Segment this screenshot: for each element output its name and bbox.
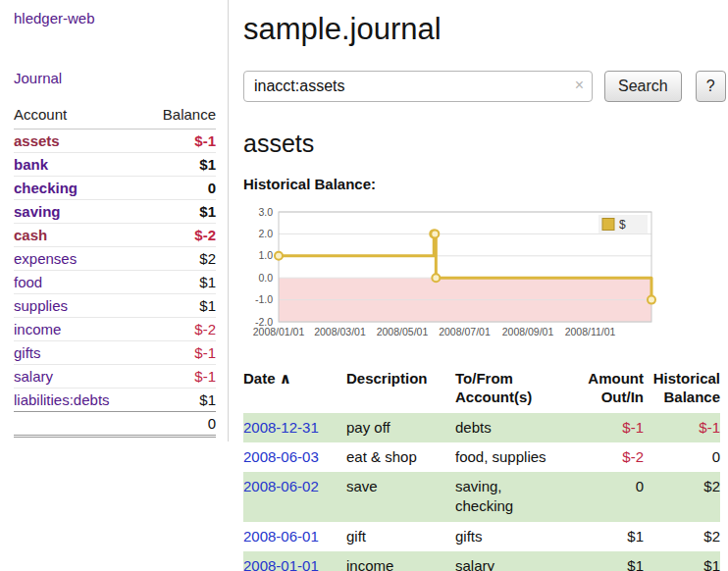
sidebar-account-link[interactable]: expenses xyxy=(14,250,77,267)
register-accounts: salary xyxy=(455,551,579,571)
search-field-wrapper: × xyxy=(243,71,593,102)
svg-text:2008/07/01: 2008/07/01 xyxy=(439,326,491,337)
svg-text:2008/01/01: 2008/01/01 xyxy=(253,326,305,337)
sidebar-account-link[interactable]: food xyxy=(14,274,42,290)
register-row: 2008-01-01incomesalary$1$1 xyxy=(243,551,720,571)
account-row: supplies$1 xyxy=(14,294,216,318)
journal-link[interactable]: Journal xyxy=(14,70,216,86)
register-amount: $-2 xyxy=(579,442,644,472)
register-amount: $-1 xyxy=(579,413,644,442)
svg-text:2008/03/01: 2008/03/01 xyxy=(314,326,366,337)
register-date-link[interactable]: 2008-06-03 xyxy=(243,448,319,465)
register-row: 2008-06-03eat & shopfood, supplies$-20 xyxy=(243,442,720,472)
account-balance: $1 xyxy=(143,153,216,177)
chart-title: Historical Balance: xyxy=(243,176,726,192)
sort-ascending-icon: ∧ xyxy=(280,370,291,387)
sidebar-account-link[interactable]: saving xyxy=(14,203,61,220)
register-description: eat & shop xyxy=(346,442,455,472)
account-balance: $1 xyxy=(143,294,216,318)
account-row: gifts$-1 xyxy=(14,341,216,365)
register-description: gift xyxy=(346,522,455,551)
svg-text:$: $ xyxy=(619,218,626,232)
account-balance: $1 xyxy=(143,271,216,294)
svg-text:2008/05/01: 2008/05/01 xyxy=(377,326,429,337)
register-row: 2008-12-31pay offdebts$-1$-1 xyxy=(243,413,720,442)
register-date-link[interactable]: 2008-06-01 xyxy=(243,528,319,545)
svg-text:3.0: 3.0 xyxy=(258,206,273,218)
register-description: save xyxy=(346,472,455,522)
register-header-amount: Amount Out/In xyxy=(579,368,644,413)
account-row: assets$-1 xyxy=(14,130,216,153)
svg-text:2.0: 2.0 xyxy=(258,228,273,239)
svg-text:2008/09/01: 2008/09/01 xyxy=(502,326,554,337)
help-button[interactable]: ? xyxy=(696,71,726,102)
account-balance: $-2 xyxy=(143,224,216,247)
register-date-link[interactable]: 2008-06-02 xyxy=(243,478,319,494)
register-row: 2008-06-02savesaving, checking0$2 xyxy=(243,472,720,522)
sidebar-account-link[interactable]: liabilities:debts xyxy=(14,391,110,408)
search-button[interactable]: Search xyxy=(604,71,682,102)
register-header-balance: Historical Balance xyxy=(644,368,720,413)
sidebar-account-link[interactable]: gifts xyxy=(14,344,41,361)
sidebar-account-link[interactable]: supplies xyxy=(14,297,68,314)
register-date-link[interactable]: 2008-01-01 xyxy=(243,557,319,571)
register-table: Date ∧ Description To/From Account(s) Am… xyxy=(243,368,720,571)
register-date-link[interactable]: 2008-12-31 xyxy=(243,419,319,436)
account-balance: $1 xyxy=(143,389,216,412)
svg-text:1.0: 1.0 xyxy=(258,249,273,261)
account-row: liabilities:debts$1 xyxy=(14,389,216,412)
svg-text:2008/11/01: 2008/11/01 xyxy=(565,326,616,337)
balance-chart-svg: 3.02.01.00.0-1.0-2.02008/01/012008/03/01… xyxy=(243,200,657,349)
register-accounts: gifts xyxy=(455,522,579,551)
register-header-row: Date ∧ Description To/From Account(s) Am… xyxy=(243,368,720,413)
register-balance: $2 xyxy=(644,522,720,551)
account-row: income$-2 xyxy=(14,318,216,341)
account-balance: $-1 xyxy=(143,130,216,153)
account-row: salary$-1 xyxy=(14,365,216,389)
register-amount: 0 xyxy=(579,472,644,522)
sidebar-account-link[interactable]: income xyxy=(14,321,61,337)
accounts-header-balance: Balance xyxy=(143,100,216,130)
register-description: pay off xyxy=(346,413,455,442)
sidebar-account-link[interactable]: assets xyxy=(14,132,60,149)
register-header-accounts: To/From Account(s) xyxy=(455,368,579,413)
search-input[interactable] xyxy=(243,71,593,102)
historical-balance-chart[interactable]: 3.02.01.00.0-1.0-2.02008/01/012008/03/01… xyxy=(243,200,726,352)
page-title: sample.journal xyxy=(243,12,726,47)
register-amount: $1 xyxy=(579,522,644,551)
sidebar-account-link[interactable]: checking xyxy=(14,180,78,196)
account-row: food$1 xyxy=(14,271,216,294)
account-row: expenses$2 xyxy=(14,247,216,271)
date-header-label: Date xyxy=(243,370,276,387)
accounts-table: Account Balance assets$-1bank$1checking0… xyxy=(14,100,216,438)
app-window: hledger-web Journal Account Balance asse… xyxy=(0,0,728,571)
register-row: 2008-06-01giftgifts$1$2 xyxy=(243,522,720,551)
sidebar-account-link[interactable]: salary xyxy=(14,368,53,385)
account-balance: 0 xyxy=(143,177,216,200)
register-accounts: saving, checking xyxy=(455,472,579,522)
svg-text:-1.0: -1.0 xyxy=(255,293,273,305)
sidebar: hledger-web Journal Account Balance asse… xyxy=(0,0,229,441)
register-amount: $1 xyxy=(579,551,644,571)
app-title-link[interactable]: hledger-web xyxy=(14,10,216,26)
account-balance: $-2 xyxy=(143,318,216,341)
account-row: bank$1 xyxy=(14,153,216,177)
account-row: saving$1 xyxy=(14,200,216,224)
register-balance: $2 xyxy=(644,472,720,522)
account-heading: assets xyxy=(243,130,726,158)
svg-text:0.0: 0.0 xyxy=(258,272,273,284)
search-bar: × Search ? xyxy=(243,71,726,102)
register-balance: $1 xyxy=(644,551,720,571)
clear-search-icon[interactable]: × xyxy=(575,77,584,94)
accounts-header-account: Account xyxy=(14,100,143,130)
sidebar-account-link[interactable]: bank xyxy=(14,156,48,173)
register-header-description: Description xyxy=(346,368,455,413)
account-row: cash$-2 xyxy=(14,224,216,247)
register-accounts: debts xyxy=(455,413,579,442)
register-accounts: food, supplies xyxy=(455,442,579,472)
sidebar-account-link[interactable]: cash xyxy=(14,227,47,243)
accounts-total-row: 0 xyxy=(14,412,216,437)
register-header-date[interactable]: Date ∧ xyxy=(243,368,346,413)
main-content: sample.journal × Search ? assets Histori… xyxy=(229,0,728,571)
accounts-header-row: Account Balance xyxy=(14,100,216,130)
